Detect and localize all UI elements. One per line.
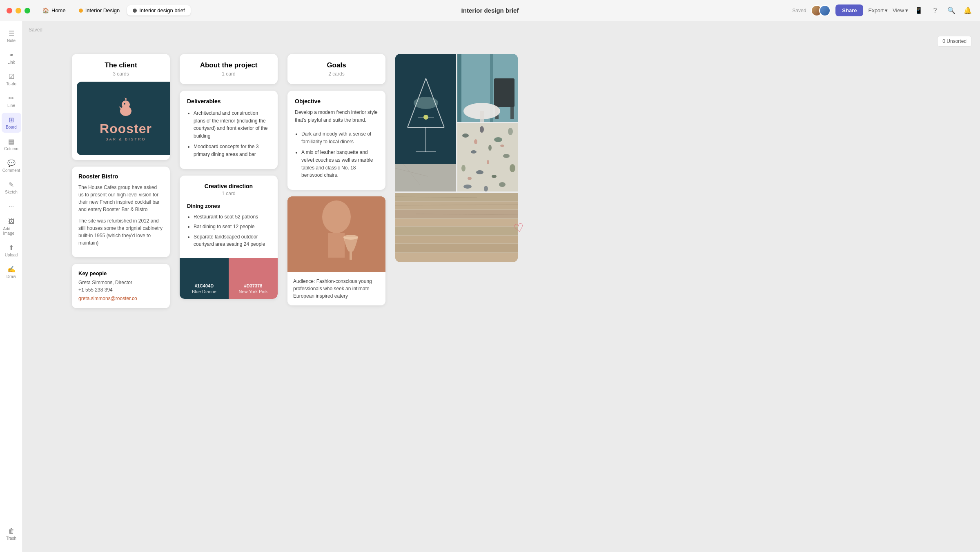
view-button[interactable]: View ▾: [893, 7, 908, 13]
avatar-group: [811, 5, 831, 16]
svg-rect-56: [395, 236, 518, 243]
close-button[interactable]: [7, 8, 12, 13]
notification-icon[interactable]: 🔔: [962, 5, 973, 16]
sidebar-item-link[interactable]: ⚭ Link: [2, 48, 21, 68]
svg-point-19: [423, 115, 428, 120]
sidebar-item-todo[interactable]: ☑ To-do: [2, 69, 21, 89]
sidebar-item-column[interactable]: ▤ Column: [2, 134, 21, 154]
key-people-phone: +1 555 238 394: [78, 287, 163, 293]
audience-caption: Audience: Fashion-conscious young profes…: [287, 272, 385, 305]
tab-interior-design[interactable]: Interior Design: [73, 5, 126, 16]
goals-header-card: Goals 2 cards: [287, 54, 385, 84]
titlebar-right: Saved Share Export ▾ View ▾ 📱 ? 🔍 🔔: [792, 4, 973, 16]
minimize-button[interactable]: [16, 8, 21, 13]
cards-area: The client 3 cards: [72, 54, 518, 308]
search-icon[interactable]: 🔍: [946, 5, 957, 16]
sidebar-item-comment[interactable]: 💬 Comment: [2, 156, 21, 176]
sidebar: ☰ Note ⚭ Link ☑ To-do ✏ Line ⊞ Board ▤ C…: [0, 21, 23, 552]
sidebar-item-upload[interactable]: ⬆ Upload: [2, 240, 21, 260]
svg-point-32: [462, 134, 469, 138]
saved-status: Saved: [792, 8, 806, 13]
sidebar-upload-label: Upload: [5, 253, 18, 257]
deliverable-item-2: Moodboard concepts for the 3 primary din…: [194, 143, 270, 158]
goals-title: Goals: [295, 61, 378, 69]
column-moodboard: ♡: [395, 54, 518, 308]
client-desc2: The site was refurbished in 2012 and sti…: [78, 217, 163, 247]
moodboard-grid: [395, 54, 518, 262]
tab-home-label: Home: [51, 7, 66, 13]
tab-interior-label: Interior Design: [85, 7, 120, 13]
creative-header: Creative direction 1 card: [180, 176, 278, 198]
sidebar-line-label: Line: [7, 103, 15, 108]
deliverables-title: Deliverables: [187, 98, 270, 105]
key-people-card: Key people Greta Simmons, Director +1 55…: [72, 264, 170, 308]
upload-icon: ⬆: [9, 244, 14, 252]
svg-point-43: [463, 185, 472, 189]
page-title: Interior design brief: [461, 7, 519, 14]
canvas[interactable]: Saved 0 Unsorted The client 3 cards: [23, 21, 980, 552]
svg-point-33: [480, 126, 484, 133]
todo-icon: ☑: [9, 73, 14, 80]
deliverables-list: Architectural and construction plans of …: [187, 109, 270, 158]
svg-point-38: [503, 154, 510, 158]
svg-rect-8: [328, 233, 345, 258]
swatch-pink: #D37378 New York Pink: [229, 258, 278, 299]
titlebar: 🏠 Home Interior Design Interior design b…: [0, 0, 980, 21]
add-image-icon: 🖼: [8, 218, 15, 225]
svg-marker-2: [125, 98, 127, 100]
swatch-pink-name: New York Pink: [239, 289, 268, 294]
sidebar-item-trash[interactable]: 🗑 Trash: [2, 524, 21, 544]
creative-body: Dining zones Restaurant to seat 52 patro…: [180, 198, 278, 258]
canvas-saved-label: Saved: [29, 27, 42, 33]
tab-home[interactable]: 🏠 Home: [37, 5, 71, 16]
sidebar-item-draw[interactable]: ✍ Draw: [2, 262, 21, 282]
svg-rect-58: [395, 253, 518, 262]
dining-title: Dining zones: [187, 203, 270, 209]
sidebar-item-more[interactable]: ···: [2, 199, 21, 213]
moodboard-chairs-svg: [457, 54, 518, 122]
sidebar-item-note[interactable]: ☰ Note: [2, 26, 21, 46]
column-icon: ▤: [8, 138, 14, 145]
key-people-email[interactable]: greta.simmons@rooster.co: [78, 296, 137, 301]
moodboard-img-3: [457, 123, 518, 191]
client-logo-wrapper: Rooster BAR & BISTRO: [72, 77, 170, 160]
about-header-card: About the project 1 card: [180, 54, 278, 84]
svg-rect-26: [494, 78, 514, 107]
objective-card: Objective Develop a modern french interi…: [287, 91, 385, 190]
moodboard-terrazzo-svg: [457, 123, 518, 191]
svg-point-42: [510, 164, 515, 172]
traffic-lights: [7, 8, 30, 13]
client-logo-card: Rooster BAR & BISTRO: [77, 82, 170, 155]
sidebar-item-add-image[interactable]: 🖼 Add Image: [2, 215, 21, 239]
unsorted-button[interactable]: 0 Unsorted: [937, 36, 972, 47]
maximize-button[interactable]: [24, 8, 30, 13]
help-icon[interactable]: ?: [929, 5, 941, 16]
svg-point-40: [476, 170, 483, 174]
avatar-2: [819, 5, 831, 16]
svg-point-17: [414, 97, 438, 109]
client-info-card: Rooster Bistro The House Cafes group hav…: [72, 167, 170, 257]
export-button[interactable]: Export ▾: [868, 7, 888, 13]
moodboard-img-2: [457, 54, 518, 122]
creative-title: Creative direction: [187, 183, 270, 189]
client-name: Rooster Bistro: [78, 173, 163, 180]
sidebar-item-sketch[interactable]: ✎ Sketch: [2, 178, 21, 198]
sketch-icon: ✎: [9, 181, 14, 189]
tab-interior-brief[interactable]: Interior design brief: [127, 5, 190, 16]
moodboard-interior-svg: [395, 193, 518, 262]
moodboard-img-1: [395, 54, 456, 191]
sidebar-board-label: Board: [6, 125, 17, 129]
audience-img-svg: [287, 196, 385, 272]
sidebar-trash-label: Trash: [6, 536, 16, 541]
device-icon[interactable]: 📱: [913, 5, 924, 16]
rooster-brand-text: Rooster: [100, 121, 152, 136]
sidebar-item-board[interactable]: ⊞ Board: [2, 113, 21, 133]
note-icon: ☰: [9, 29, 14, 37]
svg-point-36: [471, 150, 477, 154]
sidebar-item-line[interactable]: ✏ Line: [2, 91, 21, 111]
share-button[interactable]: Share: [835, 4, 863, 16]
comment-icon: 💬: [7, 159, 16, 167]
client-desc1: The House Cafes group have asked us to p…: [78, 184, 163, 213]
moodboard-cocktail-svg: [395, 54, 456, 191]
client-col-header: The client 3 cards: [72, 54, 170, 77]
